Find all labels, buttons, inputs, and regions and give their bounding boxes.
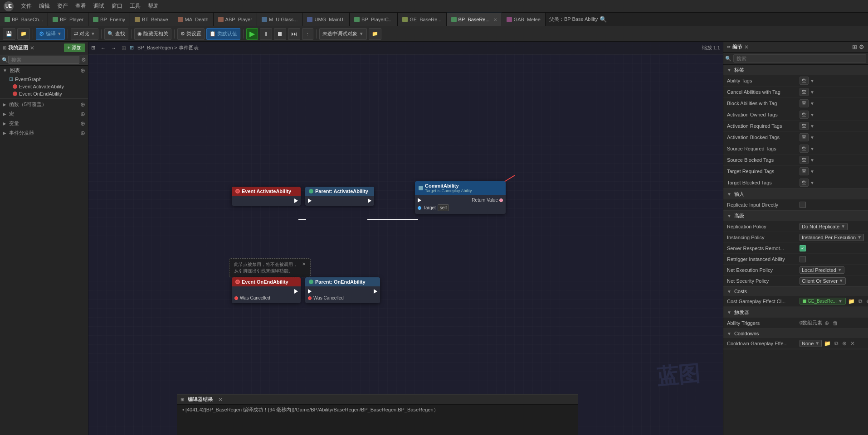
cost-browse-icon[interactable]: 📁 [847, 298, 856, 305]
tab-m-uiglass[interactable]: M_UIGlass... [257, 13, 303, 26]
tab-bp-playerc[interactable]: BP_PlayerC... [350, 13, 398, 26]
compile-button[interactable]: ⚙ 编译 ▼ [36, 28, 65, 40]
event-activate-item[interactable]: Event ActivateAbility [0, 83, 88, 90]
retrigger-value[interactable] [800, 256, 864, 262]
tab-gab-melee[interactable]: GAB_Melee [502, 13, 546, 26]
dispatchers-section[interactable]: ▶ 事件分发器 ⊕ [0, 128, 88, 138]
cooldown-copy-icon[interactable]: ⧉ [833, 340, 840, 347]
tab-bp-player[interactable]: BP_Player [48, 13, 88, 26]
grid-view-icon[interactable]: ⊞ [852, 44, 857, 50]
advanced-section-header[interactable]: ▼ 高级 [723, 211, 868, 221]
save-button[interactable]: 💾 [3, 28, 15, 40]
play-button[interactable]: ▶ [246, 28, 258, 40]
menu-help[interactable]: 帮助 [148, 2, 159, 10]
cost-copy-icon[interactable]: ⧉ [857, 298, 864, 305]
parent-tab[interactable]: 父类：BP Base Ability 🔍 [546, 16, 610, 23]
add-func-icon[interactable]: ⊕ [80, 101, 85, 108]
cooldowns-section-header[interactable]: ▼ Cooldowns [723, 329, 868, 338]
tab-bp-enemy[interactable]: BP_Enemy [88, 13, 130, 26]
triggers-section-header[interactable]: ▼ 触发器 [723, 307, 868, 318]
search-button[interactable]: 🔍 查找 [104, 28, 128, 40]
tab-bp-basere[interactable]: BP_BaseRe... ✕ [447, 13, 502, 26]
variables-section[interactable]: ▶ 变量 ⊕ [0, 119, 88, 128]
canvas[interactable]: ⊞ ← → ⊞ ⊞ BP_BaseRegen > 事件图表 缩放 1:1 [88, 42, 723, 435]
replicate-input-value[interactable] [800, 202, 864, 208]
bottom-panel-close[interactable]: ✕ [218, 396, 223, 403]
cost-ge-dropdown[interactable]: GE_BaseRe... ▼ [800, 298, 846, 304]
left-panel-close[interactable]: ✕ [30, 45, 34, 51]
tab-close-bp-basere[interactable]: ✕ [493, 17, 497, 22]
search-icon[interactable]: 🔍 [600, 16, 607, 23]
menu-debug[interactable]: 调试 [93, 2, 104, 10]
menu-file[interactable]: 文件 [21, 2, 32, 10]
cost-add-icon[interactable]: ⊕ [865, 298, 868, 305]
right-panel-close[interactable]: ✕ [744, 44, 749, 50]
menu-edit[interactable]: 编辑 [39, 2, 50, 10]
event-onend-node[interactable]: Event OnEndAbility Was Cancelled [232, 277, 301, 303]
server-respects-value[interactable]: ✓ [800, 245, 864, 251]
breadcrumb-bp[interactable]: BP_BaseRegen > 事件图表 [136, 44, 200, 52]
tgt-req-chevron[interactable]: ▼ [810, 169, 814, 174]
nav-forward-icon[interactable]: → [109, 44, 118, 52]
graph-section-header[interactable]: ▼ 图表 ⊕ [0, 66, 88, 75]
add-var-icon[interactable]: ⊕ [80, 120, 85, 127]
default-value-button[interactable]: 📋 类默认值 [206, 28, 240, 40]
menu-asset[interactable]: 资产 [57, 2, 68, 10]
parent-onend-node[interactable]: Parent: OnEndAbility Was Cancelled [305, 277, 380, 303]
add-macro-icon[interactable]: ⊕ [80, 111, 85, 117]
input-section-header[interactable]: ▼ 输入 [723, 189, 868, 199]
src-req-chevron[interactable]: ▼ [810, 146, 814, 151]
compare-button[interactable]: ⇄ 对比 ▼ [71, 28, 98, 40]
server-respects-checkbox[interactable]: ✓ [800, 245, 806, 251]
replicate-input-checkbox[interactable] [800, 202, 806, 208]
tab-ge-basere[interactable]: GE_BaseRe... [398, 13, 446, 26]
tags-section-header[interactable]: ▼ 标签 [723, 65, 868, 75]
act-block-chevron[interactable]: ▼ [810, 135, 814, 140]
right-search-input[interactable] [733, 54, 866, 63]
more-button[interactable]: ⋮ [302, 28, 313, 40]
gear-icon[interactable]: ⚙ [81, 57, 86, 63]
event-onend-item[interactable]: Event OnEndAbility [0, 90, 88, 97]
browse-button[interactable]: 📁 [17, 28, 30, 40]
menu-tools[interactable]: 工具 [130, 2, 141, 10]
retrigger-checkbox[interactable] [800, 256, 806, 262]
settings-icon[interactable]: ⚙ [859, 44, 864, 50]
cancel-chevron[interactable]: ▼ [810, 90, 814, 95]
block-chevron[interactable]: ▼ [810, 101, 814, 106]
act-owned-chevron[interactable]: ▼ [810, 112, 814, 117]
nav-back-icon[interactable]: ← [99, 44, 107, 52]
cooldown-clear-icon[interactable]: ✕ [849, 340, 856, 347]
tab-bt-behave[interactable]: BT_Behave [130, 13, 173, 26]
tab-bp-basech[interactable]: BP_BaseCh... [0, 13, 48, 26]
costs-section-header[interactable]: ▼ Costs [723, 287, 868, 296]
hidden-button[interactable]: ◉ 隐藏无相关 [134, 28, 171, 40]
pause-button[interactable]: ⏸ [260, 28, 272, 40]
src-block-chevron[interactable]: ▼ [810, 158, 814, 163]
add-graph-icon[interactable]: ⊕ [80, 67, 85, 74]
add-button[interactable]: + 添加 [64, 44, 85, 52]
stop-button[interactable]: ⏹ [274, 28, 286, 40]
event-activate-node[interactable]: Event ActivateAbility [232, 187, 301, 206]
search-input[interactable] [8, 56, 79, 64]
browse-asset-button[interactable]: 📁 [369, 28, 381, 40]
step-button[interactable]: ⏭ [288, 28, 300, 40]
net-security-dropdown[interactable]: Client Or Server ▼ [800, 277, 846, 285]
add-disp-icon[interactable]: ⊕ [80, 130, 85, 136]
cooldown-add-icon[interactable]: ⊕ [841, 340, 848, 347]
disabled-close-icon[interactable]: ✕ [302, 261, 306, 266]
tab-abp-player[interactable]: ABP_Player [214, 13, 257, 26]
triggers-trash-icon[interactable]: 🗑 [831, 319, 839, 327]
ability-tags-chevron[interactable]: ▼ [810, 78, 814, 83]
tab-umg-mainui[interactable]: UMG_MainUI [302, 13, 350, 26]
commit-ability-node[interactable]: CommitAbility Target is Gameplay Ability… [415, 181, 506, 214]
menu-view[interactable]: 查看 [75, 2, 86, 10]
class-settings-button[interactable]: ⚙ 类设置 [177, 28, 205, 40]
functions-section[interactable]: ▶ 函数（5可覆盖） ⊕ [0, 100, 88, 109]
cooldown-browse-icon[interactable]: 📁 [823, 340, 832, 347]
replication-policy-dropdown[interactable]: Do Not Replicate ▼ [800, 223, 848, 230]
act-req-chevron[interactable]: ▼ [810, 124, 814, 129]
tab-ma-death[interactable]: MA_Death [173, 13, 214, 26]
macros-section[interactable]: ▶ 宏 ⊕ [0, 109, 88, 119]
event-graph-item[interactable]: ⊞ EventGraph [0, 75, 88, 83]
net-execution-dropdown[interactable]: Local Predicted ▼ [800, 266, 844, 274]
